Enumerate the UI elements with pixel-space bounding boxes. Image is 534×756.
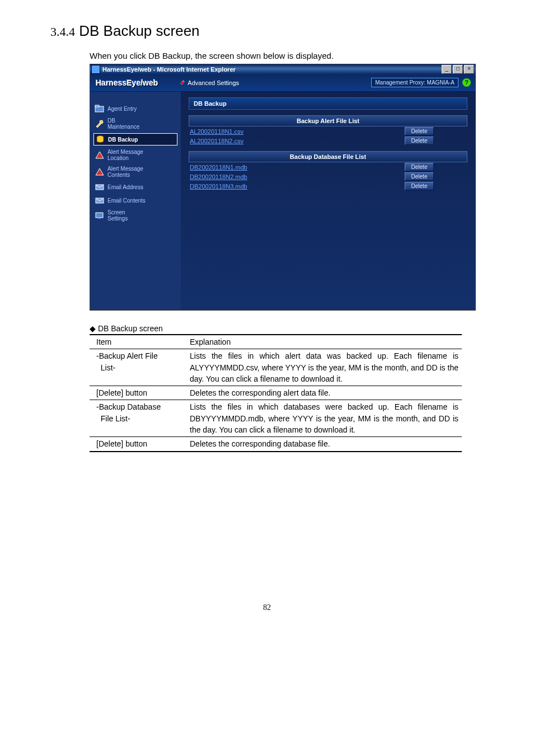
- wrench-icon: [177, 79, 185, 87]
- sidebar-item-label: Agent Entry: [107, 106, 137, 112]
- delete-button[interactable]: Delete: [405, 137, 434, 145]
- sidebar-item-screen-settings[interactable]: ScreenSettings: [93, 208, 177, 223]
- file-row: DB20020118N3.mdb Delete: [189, 181, 467, 191]
- table-caption: ◆ DB Backup screen: [90, 324, 484, 333]
- svg-rect-6: [96, 213, 103, 218]
- sidebar-item-label: DBMaintenance: [107, 118, 139, 130]
- advanced-settings-label: Advanced Settings: [188, 79, 239, 86]
- sidebar: Agent Entry DBMaintenance DB Backup Aler…: [90, 92, 181, 310]
- db-file-link[interactable]: DB20020118N1.mdb: [189, 164, 247, 171]
- advanced-settings-link[interactable]: Advanced Settings: [177, 79, 239, 87]
- app-logo: HarnessEye/web: [96, 78, 158, 87]
- screen-icon: [95, 211, 105, 220]
- db-backup-icon: [95, 135, 105, 144]
- db-file-link[interactable]: DB20020118N3.mdb: [189, 183, 247, 190]
- table-cell-item: [Delete] button: [90, 437, 186, 452]
- minimize-button[interactable]: _: [442, 65, 452, 74]
- sidebar-item-label: Alert MessageLocation: [107, 149, 143, 161]
- section-heading: 3.4.4 DB Backup screen: [50, 22, 484, 40]
- delete-button[interactable]: Delete: [405, 172, 434, 181]
- table-cell-explanation: Lists the files in which alert data was …: [186, 349, 462, 386]
- db-file-list-header: Backup Database File List: [189, 151, 467, 162]
- sidebar-item-db-backup[interactable]: DB Backup: [93, 133, 177, 145]
- delete-button[interactable]: Delete: [405, 182, 434, 190]
- browser-window: HarnessEye/web - Microsoft Internet Expl…: [90, 64, 476, 311]
- svg-rect-1: [95, 105, 99, 107]
- svg-rect-7: [98, 218, 101, 219]
- mail-icon: [95, 196, 105, 205]
- page-number: 82: [50, 603, 484, 612]
- panel-title: DB Backup: [189, 97, 467, 110]
- sidebar-item-email-address[interactable]: Email Address: [93, 181, 177, 192]
- sidebar-item-email-contents[interactable]: Email Contents: [93, 195, 177, 206]
- alert-file-link[interactable]: AL20020118N1.csv: [189, 128, 243, 135]
- sidebar-item-label: Alert MessageContents: [107, 166, 143, 178]
- svg-point-2: [100, 120, 103, 124]
- sidebar-item-alert-contents[interactable]: Alert MessageContents: [93, 165, 177, 179]
- app-header: HarnessEye/web Advanced Settings Managem…: [90, 74, 475, 92]
- table-header-item: Item: [90, 335, 186, 349]
- tools-icon: [95, 119, 105, 128]
- table-cell-item: -Backup Database File List-: [90, 400, 186, 437]
- delete-button[interactable]: Delete: [405, 127, 434, 135]
- sidebar-item-label: Email Contents: [107, 198, 146, 204]
- window-title: HarnessEye/web - Microsoft Internet Expl…: [102, 66, 236, 73]
- mail-icon: [95, 182, 105, 191]
- table-header-explanation: Explanation: [186, 335, 462, 349]
- folder-icon: [95, 104, 105, 113]
- intro-text: When you click DB Backup, the screen sho…: [90, 51, 484, 60]
- sidebar-item-label: Email Address: [107, 184, 143, 190]
- file-row: AL20020118N2.csv Delete: [189, 136, 467, 145]
- help-icon[interactable]: ?: [462, 78, 471, 87]
- table-cell-explanation: Deletes the corresponding alert data fil…: [186, 386, 462, 400]
- alert-file-link[interactable]: AL20020118N2.csv: [189, 138, 243, 144]
- section-number: 3.4.4: [50, 25, 75, 39]
- main-content: DB Backup Backup Alert File List AL20020…: [181, 92, 475, 310]
- alert-file-list-header: Backup Alert File List: [189, 115, 467, 126]
- file-row: AL20020118N1.csv Delete: [189, 126, 467, 136]
- close-button[interactable]: ×: [464, 65, 474, 74]
- sidebar-item-db-maintenance[interactable]: DBMaintenance: [93, 116, 177, 131]
- section-title: DB Backup screen: [79, 22, 199, 39]
- title-bar: HarnessEye/web - Microsoft Internet Expl…: [90, 64, 475, 74]
- table-cell-item: -Backup Alert File List-: [90, 349, 186, 386]
- db-file-link[interactable]: DB20020118N2.mdb: [189, 173, 247, 180]
- description-table: Item Explanation -Backup Alert File List…: [90, 334, 462, 452]
- table-cell-item: [Delete] button: [90, 386, 186, 400]
- file-row: DB20020118N2.mdb Delete: [189, 172, 467, 181]
- management-proxy-label: Management Proxy: MAGNIA-A: [371, 78, 458, 87]
- alert-icon: [95, 151, 105, 159]
- alert-icon: [95, 167, 105, 176]
- ie-icon: [91, 65, 100, 74]
- table-caption-text: DB Backup screen: [98, 324, 163, 333]
- table-cell-explanation: Deletes the corresponding database file.: [186, 437, 462, 452]
- sidebar-item-label: ScreenSettings: [107, 209, 128, 222]
- sidebar-item-alert-location[interactable]: Alert MessageLocation: [93, 148, 177, 162]
- table-cell-explanation: Lists the files in which databases were …: [186, 400, 462, 437]
- diamond-icon: ◆: [90, 324, 96, 333]
- sidebar-item-agent-entry[interactable]: Agent Entry: [93, 103, 177, 114]
- delete-button[interactable]: Delete: [405, 163, 434, 171]
- sidebar-item-label: DB Backup: [108, 137, 138, 143]
- file-row: DB20020118N1.mdb Delete: [189, 162, 467, 172]
- maximize-button[interactable]: □: [453, 65, 463, 74]
